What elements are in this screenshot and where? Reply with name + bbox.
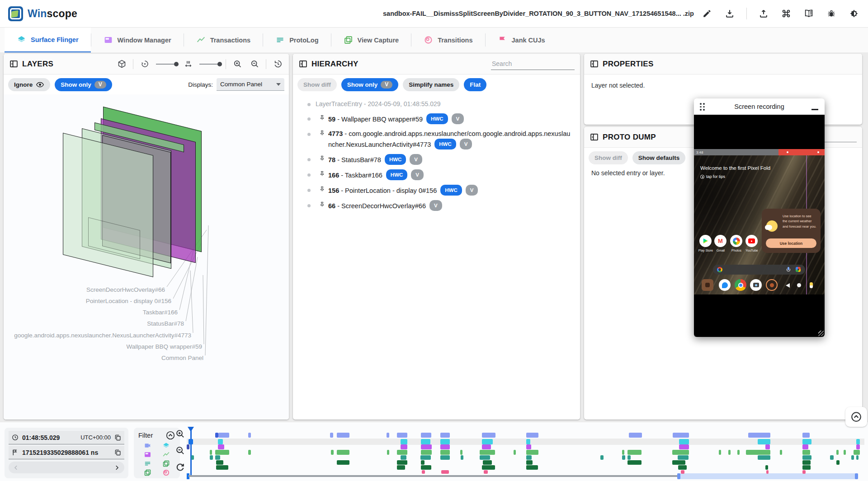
trace-entry-block[interactable]: [802, 470, 806, 474]
transactions-filter-icon[interactable]: [162, 451, 170, 458]
google-search-bar[interactable]: [713, 265, 805, 275]
trace-entry-block[interactable]: [420, 455, 431, 460]
trace-entry-block[interactable]: [337, 433, 349, 438]
trace-entry-block[interactable]: [802, 455, 811, 460]
trace-entry-block[interactable]: [673, 433, 689, 438]
hierarchy-node-78[interactable]: 78 - StatusBar#78HWCV: [293, 152, 580, 168]
collapse-panel-icon[interactable]: [298, 59, 308, 69]
trace-entry-block[interactable]: [836, 450, 839, 455]
trace-entry-block[interactable]: [210, 450, 212, 455]
human-time-field[interactable]: 01:48:55.029 UTC+00:00: [9, 431, 124, 444]
protolog-filter-icon[interactable]: [144, 460, 151, 467]
timeline-row-transactions[interactable]: [187, 450, 864, 455]
nav-back-icon[interactable]: [786, 283, 790, 288]
documentation-icon[interactable]: [803, 8, 815, 19]
trace-entry-block[interactable]: [218, 433, 229, 438]
v-chip[interactable]: V: [460, 139, 472, 149]
trace-entry-block[interactable]: [421, 433, 431, 438]
trace-entry-block[interactable]: [331, 450, 334, 455]
trace-entry-block[interactable]: [514, 450, 516, 455]
trace-entry-block[interactable]: [191, 455, 194, 460]
dark-mode-icon[interactable]: [848, 8, 860, 19]
zoom-in-icon[interactable]: [174, 428, 186, 439]
camera-icon[interactable]: [750, 279, 762, 291]
trace-entry-block[interactable]: [401, 439, 407, 444]
trace-entry-block[interactable]: [780, 450, 782, 455]
screen-recording-filter-icon[interactable]: [144, 442, 151, 449]
hierarchy-node-156[interactable]: 156 - PointerLocation - display 0#156HWC…: [293, 183, 580, 198]
download-icon[interactable]: [724, 8, 736, 19]
trace-entry-block[interactable]: [526, 444, 531, 449]
v-chip[interactable]: V: [411, 169, 424, 180]
show-defaults-button[interactable]: Show defaults: [632, 151, 686, 164]
trace-entry-block[interactable]: [758, 439, 770, 444]
trace-entry-block[interactable]: [748, 433, 770, 438]
collapse-timeline-button[interactable]: [845, 407, 867, 427]
displays-select[interactable]: Common Panel: [217, 78, 284, 91]
pin-icon[interactable]: [318, 186, 326, 193]
trace-entry-block[interactable]: [218, 444, 224, 449]
shortcuts-icon[interactable]: [780, 8, 792, 19]
trace-entry-block[interactable]: [397, 460, 407, 465]
timeline-row-surface-flinger[interactable]: [187, 439, 864, 444]
trace-entry-block[interactable]: [678, 465, 687, 470]
pin-icon[interactable]: [318, 114, 326, 122]
trace-entry-block[interactable]: [526, 450, 538, 455]
trace-entry-block[interactable]: [401, 455, 406, 460]
upload-icon[interactable]: [758, 8, 769, 19]
trace-entry-block[interactable]: [679, 439, 689, 444]
timeline-row-window-manager[interactable]: [187, 444, 864, 449]
reset-view-icon[interactable]: [272, 58, 283, 70]
timeline-track[interactable]: [189, 475, 677, 477]
tab-transactions[interactable]: Transactions: [184, 28, 263, 52]
trace-entry-block[interactable]: [216, 460, 223, 465]
tab-view-capture[interactable]: View Capture: [331, 28, 411, 52]
trace-entry-block[interactable]: [483, 460, 492, 465]
trace-entry-row[interactable]: LayerTraceEntry - 2024-05-09, 01:48:55.0…: [293, 97, 580, 112]
trace-entry-block[interactable]: [387, 433, 389, 438]
3d-view-icon[interactable]: [116, 58, 127, 70]
rotation-slider[interactable]: [156, 64, 177, 65]
trace-entry-block[interactable]: [600, 455, 604, 460]
trace-entry-block[interactable]: [627, 450, 642, 455]
trace-entry-block[interactable]: [856, 439, 860, 444]
trace-entry-block[interactable]: [802, 465, 811, 470]
trace-entry-block[interactable]: [836, 460, 840, 465]
hierarchy-search-input[interactable]: [491, 58, 575, 70]
trace-entry-block[interactable]: [627, 460, 642, 465]
zoom-out-icon[interactable]: [249, 58, 260, 70]
zoom-range-bar[interactable]: [677, 473, 858, 479]
nav-pill-icon[interactable]: [810, 282, 813, 288]
screen-recording-titlebar[interactable]: Screen recording: [694, 98, 825, 115]
screen-recording-video[interactable]: 3:48 Welcome to the first Pixel Fold tap…: [694, 115, 825, 337]
trace-entry-block[interactable]: [440, 450, 450, 455]
android-figure-icon[interactable]: [766, 279, 778, 291]
hwc-chip[interactable]: HWC: [426, 113, 448, 124]
ignore-button[interactable]: Ignore: [8, 78, 50, 91]
report-bug-icon[interactable]: [826, 8, 837, 19]
trace-entry-block[interactable]: [526, 455, 532, 460]
trace-entry-block[interactable]: [482, 465, 495, 470]
trace-entry-block[interactable]: [187, 444, 189, 449]
trace-entry-block[interactable]: [526, 433, 538, 438]
trace-entry-block[interactable]: [765, 465, 768, 470]
trace-entry-block[interactable]: [460, 450, 462, 455]
tab-surface-flinger[interactable]: Surface Flinger: [5, 28, 91, 52]
range-handle-right[interactable]: [855, 473, 858, 479]
trace-entry-block[interactable]: [482, 439, 493, 444]
trace-entry-block[interactable]: [802, 450, 810, 455]
trace-entry-block[interactable]: [248, 450, 251, 455]
window-manager-filter-icon[interactable]: [144, 451, 151, 458]
trace-entry-block[interactable]: [526, 439, 530, 444]
trace-entry-block[interactable]: [337, 460, 349, 465]
v-chip[interactable]: V: [410, 154, 422, 165]
pin-icon[interactable]: [318, 201, 326, 209]
ns-time-field[interactable]: 1715219335029888061 ns: [9, 446, 124, 459]
spacing-slider[interactable]: [199, 64, 220, 65]
trace-entry-block[interactable]: [802, 444, 808, 449]
trace-entry-block[interactable]: [830, 455, 834, 460]
hierarchy-node-66[interactable]: 66 - ScreenDecorHwcOverlay#66V: [293, 198, 580, 214]
prev-frame-button[interactable]: [12, 464, 20, 472]
transitions-filter-icon[interactable]: [162, 469, 170, 476]
reset-zoom-icon[interactable]: [174, 461, 186, 473]
